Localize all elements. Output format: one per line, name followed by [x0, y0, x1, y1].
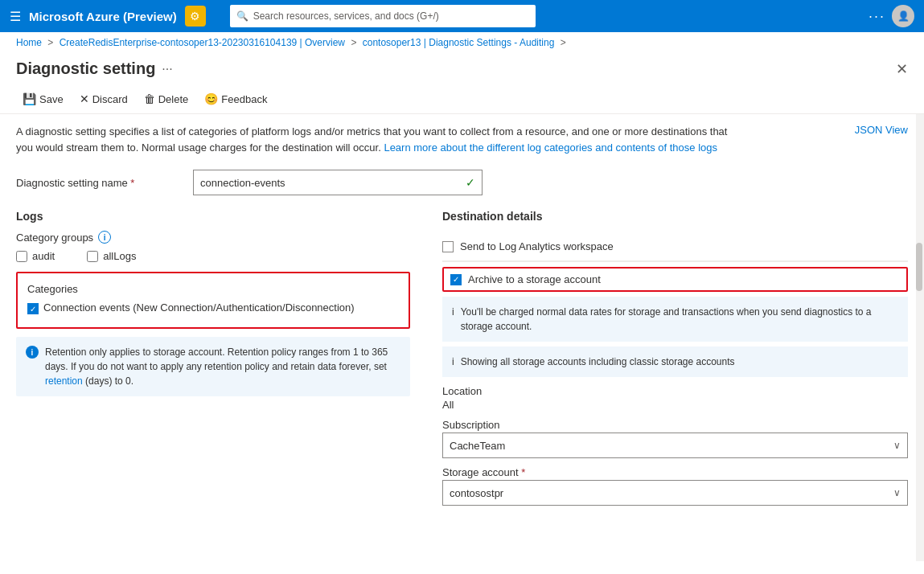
audit-checkbox-item[interactable]: audit [16, 250, 55, 262]
close-button[interactable]: ✕ [896, 60, 908, 78]
page-title: Diagnostic setting [16, 59, 155, 78]
storage-account-select[interactable]: contosostpr ∨ [442, 480, 908, 506]
description-link[interactable]: Learn more about the different log categ… [384, 141, 717, 154]
breadcrumb-resource[interactable]: CreateRedisEnterprise-contosoper13-20230… [60, 37, 345, 48]
storage-account-value: contosostpr [450, 487, 503, 499]
archive-storage-checkbox[interactable] [450, 274, 462, 285]
delete-button[interactable]: 🗑 Delete [138, 89, 195, 109]
breadcrumb-diagnostic[interactable]: contosoper13 | Diagnostic Settings - Aud… [363, 37, 555, 48]
save-button[interactable]: 💾 Save [16, 89, 70, 109]
search-box[interactable]: 🔍 Search resources, services, and docs (… [230, 5, 536, 27]
retention-link[interactable]: retention [45, 375, 83, 387]
charge-info-icon: i [452, 305, 454, 334]
json-view-link[interactable]: JSON View [855, 124, 908, 136]
page-options-button[interactable]: ··· [162, 62, 172, 76]
location-field-group: Location All [442, 385, 908, 411]
scrollbar-thumb[interactable] [916, 243, 922, 291]
setting-name-input[interactable]: connection-events ✓ [193, 170, 483, 195]
logs-section-title: Logs [16, 210, 410, 223]
breadcrumb-home[interactable]: Home [16, 37, 42, 48]
valid-checkmark: ✓ [466, 176, 475, 189]
delete-icon: 🗑 [144, 92, 155, 105]
nav-right: ··· 👤 [869, 5, 914, 27]
left-column: Logs Category groups i audit allLogs [16, 210, 410, 514]
log-analytics-row: Send to Log Analytics workspace [442, 234, 908, 261]
feedback-label: Feedback [221, 93, 267, 105]
top-navigation: ☰ Microsoft Azure (Preview) ⚙ 🔍 Search r… [0, 0, 924, 32]
feedback-button[interactable]: 😊 Feedback [198, 89, 273, 109]
classic-info-box: i Showing all storage accounts including… [442, 346, 908, 377]
discard-label: Discard [92, 93, 128, 105]
description-bar: A diagnostic setting specifies a list of… [16, 114, 908, 162]
app-title: Microsoft Azure (Preview) [29, 10, 177, 23]
delete-label: Delete [158, 93, 189, 105]
scrollbar-rail[interactable] [916, 114, 924, 561]
storage-account-field-group: Storage account * contosostpr ∨ [442, 466, 908, 506]
feedback-icon: 😊 [204, 92, 218, 105]
categories-title: Categories [27, 283, 399, 295]
category-groups-row: Category groups i [16, 231, 410, 244]
subscription-field-group: Subscription CacheTeam ∨ [442, 419, 908, 458]
more-options-button[interactable]: ··· [869, 8, 885, 25]
search-icon: 🔍 [236, 10, 248, 22]
two-col-layout: Logs Category groups i audit allLogs [16, 203, 908, 514]
title-row: Diagnostic setting ··· [16, 59, 173, 78]
storage-account-chevron-icon: ∨ [893, 487, 901, 498]
main-wrapper: A diagnostic setting specifies a list of… [0, 114, 924, 561]
log-analytics-checkbox[interactable] [442, 241, 454, 252]
subscription-value: CacheTeam [450, 440, 505, 452]
hamburger-menu[interactable]: ☰ [10, 9, 21, 24]
subscription-label: Subscription [442, 419, 908, 431]
page-header: Diagnostic setting ··· ✕ [0, 53, 924, 84]
archive-storage-row: Archive to a storage account [442, 267, 908, 292]
toolbar: 💾 Save ✕ Discard 🗑 Delete 😊 Feedback [0, 84, 924, 114]
audit-checkbox[interactable] [16, 251, 27, 262]
category-groups-label: Category groups [16, 232, 93, 244]
alllogs-label: allLogs [103, 250, 136, 262]
setting-name-label: Diagnostic setting name * [16, 177, 177, 189]
classic-info-text: Showing all storage accounts including c… [461, 355, 735, 369]
destination-title: Destination details [442, 210, 908, 223]
save-label: Save [39, 93, 64, 105]
setting-name-row: Diagnostic setting name * connection-eve… [16, 162, 908, 203]
category-groups-info-icon[interactable]: i [98, 231, 111, 244]
alllogs-checkbox[interactable] [87, 251, 98, 262]
search-placeholder: Search resources, services, and docs (G+… [253, 10, 439, 22]
discard-icon: ✕ [80, 92, 89, 105]
location-label: Location [442, 385, 908, 397]
save-icon: 💾 [23, 92, 36, 105]
connection-events-label: Connection events (New Connection/Authen… [43, 301, 355, 314]
discard-button[interactable]: ✕ Discard [73, 89, 134, 109]
audit-label: audit [32, 250, 55, 262]
breadcrumb: Home > CreateRedisEnterprise-contosoper1… [0, 32, 924, 53]
retention-info-box: i Retention only applies to storage acco… [16, 337, 410, 396]
classic-info-icon: i [452, 355, 454, 369]
notification-badge[interactable]: ⚙ [185, 6, 206, 27]
charge-info-text: You'll be charged normal data rates for … [461, 305, 898, 334]
archive-storage-label: Archive to a storage account [468, 273, 601, 285]
connection-events-item: Connection events (New Connection/Authen… [27, 301, 399, 314]
main-content: A diagnostic setting specifies a list of… [0, 114, 924, 561]
categories-box: Categories Connection events (New Connec… [16, 272, 410, 329]
log-analytics-label: Send to Log Analytics workspace [460, 240, 614, 252]
alllogs-checkbox-item[interactable]: allLogs [87, 250, 136, 262]
category-checkboxes-row: audit allLogs [16, 250, 410, 262]
connection-events-checkbox[interactable] [27, 303, 39, 314]
dest-divider-1 [442, 261, 908, 262]
subscription-select[interactable]: CacheTeam ∨ [442, 433, 908, 458]
storage-account-label: Storage account * [442, 466, 908, 478]
user-avatar[interactable]: 👤 [892, 5, 914, 27]
retention-info-text: Retention only applies to storage accoun… [45, 345, 400, 388]
info-icon-retention: i [26, 346, 39, 359]
subscription-chevron-icon: ∨ [893, 440, 901, 451]
description-text: A diagnostic setting specifies a list of… [16, 124, 740, 155]
right-column: Destination details Send to Log Analytic… [442, 210, 908, 514]
location-value: All [442, 399, 908, 411]
charge-info-box: i You'll be charged normal data rates fo… [442, 297, 908, 342]
